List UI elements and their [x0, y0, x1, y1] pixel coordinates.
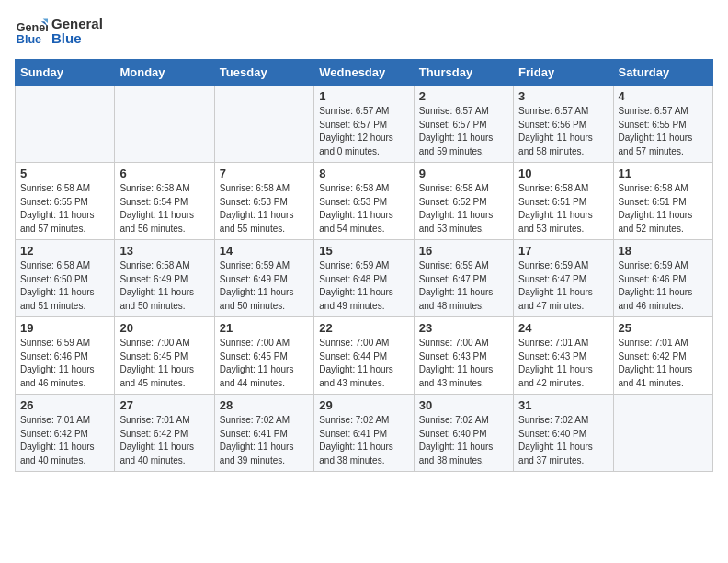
day-number: 11: [619, 167, 708, 180]
day-cell: 26Sunrise: 7:01 AM Sunset: 6:42 PM Dayli…: [16, 395, 115, 472]
day-info: Sunrise: 6:58 AM Sunset: 6:53 PM Dayligh…: [220, 182, 309, 236]
day-info: Sunrise: 6:59 AM Sunset: 6:47 PM Dayligh…: [419, 259, 508, 313]
week-row-2: 5Sunrise: 6:58 AM Sunset: 6:55 PM Daylig…: [16, 163, 713, 240]
day-cell: 21Sunrise: 7:00 AM Sunset: 6:45 PM Dayli…: [214, 317, 313, 395]
header-sunday: Sunday: [16, 60, 115, 86]
day-number: 27: [119, 398, 209, 412]
header-wednesday: Wednesday: [314, 60, 414, 86]
day-number: 8: [319, 167, 408, 180]
day-info: Sunrise: 7:00 AM Sunset: 6:44 PM Dayligh…: [319, 337, 408, 390]
header-friday: Friday: [514, 60, 613, 86]
day-info: Sunrise: 6:58 AM Sunset: 6:51 PM Dayligh…: [619, 182, 708, 236]
day-cell: 17Sunrise: 6:59 AM Sunset: 6:47 PM Dayli…: [514, 240, 613, 317]
day-info: Sunrise: 6:57 AM Sunset: 6:57 PM Dayligh…: [419, 105, 508, 158]
day-number: 25: [619, 321, 708, 335]
svg-text:Blue: Blue: [17, 33, 41, 46]
day-info: Sunrise: 6:59 AM Sunset: 6:48 PM Dayligh…: [319, 259, 408, 313]
day-info: Sunrise: 6:58 AM Sunset: 6:50 PM Dayligh…: [20, 259, 109, 313]
day-info: Sunrise: 7:02 AM Sunset: 6:40 PM Dayligh…: [419, 414, 508, 467]
logo-icon: General Blue: [15, 15, 48, 48]
logo-general-text: General: [51, 17, 103, 32]
day-cell: 27Sunrise: 7:01 AM Sunset: 6:42 PM Dayli…: [115, 395, 214, 472]
day-number: 6: [119, 167, 209, 180]
logo: General Blue General Blue: [15, 15, 103, 48]
day-cell: 3Sunrise: 6:57 AM Sunset: 6:56 PM Daylig…: [514, 86, 613, 163]
header-tuesday: Tuesday: [214, 60, 313, 86]
day-info: Sunrise: 6:59 AM Sunset: 6:47 PM Dayligh…: [518, 259, 608, 313]
day-cell: [214, 86, 313, 163]
day-number: 10: [518, 167, 608, 180]
day-info: Sunrise: 7:02 AM Sunset: 6:41 PM Dayligh…: [319, 414, 408, 467]
day-number: 13: [119, 244, 209, 258]
day-number: 15: [319, 244, 408, 258]
day-cell: 23Sunrise: 7:00 AM Sunset: 6:43 PM Dayli…: [414, 317, 513, 395]
day-cell: 6Sunrise: 6:58 AM Sunset: 6:54 PM Daylig…: [115, 163, 214, 240]
day-cell: 15Sunrise: 6:59 AM Sunset: 6:48 PM Dayli…: [314, 240, 414, 317]
day-info: Sunrise: 6:58 AM Sunset: 6:49 PM Dayligh…: [119, 259, 209, 313]
day-info: Sunrise: 6:57 AM Sunset: 6:55 PM Dayligh…: [619, 105, 708, 158]
calendar-table: SundayMondayTuesdayWednesdayThursdayFrid…: [15, 59, 713, 472]
day-info: Sunrise: 6:59 AM Sunset: 6:46 PM Dayligh…: [619, 259, 708, 313]
day-number: 16: [419, 244, 508, 258]
day-cell: 13Sunrise: 6:58 AM Sunset: 6:49 PM Dayli…: [115, 240, 214, 317]
day-info: Sunrise: 7:02 AM Sunset: 6:40 PM Dayligh…: [518, 414, 608, 467]
week-row-5: 26Sunrise: 7:01 AM Sunset: 6:42 PM Dayli…: [16, 395, 713, 472]
day-cell: 1Sunrise: 6:57 AM Sunset: 6:57 PM Daylig…: [314, 86, 414, 163]
page-header: General Blue General Blue: [15, 15, 713, 48]
day-number: 5: [20, 167, 109, 180]
day-info: Sunrise: 7:00 AM Sunset: 6:45 PM Dayligh…: [220, 337, 309, 390]
day-info: Sunrise: 7:01 AM Sunset: 6:42 PM Dayligh…: [20, 414, 109, 467]
day-cell: 16Sunrise: 6:59 AM Sunset: 6:47 PM Dayli…: [414, 240, 513, 317]
day-cell: [613, 395, 712, 472]
day-info: Sunrise: 7:00 AM Sunset: 6:45 PM Dayligh…: [119, 337, 209, 390]
day-cell: 31Sunrise: 7:02 AM Sunset: 6:40 PM Dayli…: [514, 395, 613, 472]
day-cell: 24Sunrise: 7:01 AM Sunset: 6:43 PM Dayli…: [514, 317, 613, 395]
day-info: Sunrise: 7:02 AM Sunset: 6:41 PM Dayligh…: [220, 414, 309, 467]
day-number: 2: [419, 89, 508, 103]
day-number: 22: [319, 321, 408, 335]
logo-blue-text: Blue: [51, 31, 103, 47]
day-number: 7: [220, 167, 309, 180]
day-cell: 2Sunrise: 6:57 AM Sunset: 6:57 PM Daylig…: [414, 86, 513, 163]
day-number: 28: [220, 398, 309, 412]
day-number: 9: [419, 167, 508, 180]
day-number: 21: [220, 321, 309, 335]
day-cell: 5Sunrise: 6:58 AM Sunset: 6:55 PM Daylig…: [16, 163, 115, 240]
day-info: Sunrise: 6:58 AM Sunset: 6:51 PM Dayligh…: [518, 182, 608, 236]
day-number: 4: [619, 89, 708, 103]
day-info: Sunrise: 7:00 AM Sunset: 6:43 PM Dayligh…: [419, 337, 508, 390]
day-number: 29: [319, 398, 408, 412]
day-cell: 19Sunrise: 6:59 AM Sunset: 6:46 PM Dayli…: [16, 317, 115, 395]
header-saturday: Saturday: [613, 60, 712, 86]
day-cell: 11Sunrise: 6:58 AM Sunset: 6:51 PM Dayli…: [613, 163, 712, 240]
day-cell: 30Sunrise: 7:02 AM Sunset: 6:40 PM Dayli…: [414, 395, 513, 472]
day-cell: [16, 86, 115, 163]
day-number: 19: [20, 321, 109, 335]
day-number: 20: [119, 321, 209, 335]
day-number: 12: [20, 244, 109, 258]
day-number: 17: [518, 244, 608, 258]
day-cell: 22Sunrise: 7:00 AM Sunset: 6:44 PM Dayli…: [314, 317, 414, 395]
day-info: Sunrise: 7:01 AM Sunset: 6:42 PM Dayligh…: [619, 337, 708, 390]
day-cell: 14Sunrise: 6:59 AM Sunset: 6:49 PM Dayli…: [214, 240, 313, 317]
day-number: 30: [419, 398, 508, 412]
day-cell: 29Sunrise: 7:02 AM Sunset: 6:41 PM Dayli…: [314, 395, 414, 472]
day-cell: [115, 86, 214, 163]
day-info: Sunrise: 6:59 AM Sunset: 6:49 PM Dayligh…: [220, 259, 309, 313]
day-cell: 9Sunrise: 6:58 AM Sunset: 6:52 PM Daylig…: [414, 163, 513, 240]
day-cell: 7Sunrise: 6:58 AM Sunset: 6:53 PM Daylig…: [214, 163, 313, 240]
header-monday: Monday: [115, 60, 214, 86]
week-row-4: 19Sunrise: 6:59 AM Sunset: 6:46 PM Dayli…: [16, 317, 713, 395]
day-number: 26: [20, 398, 109, 412]
day-info: Sunrise: 7:01 AM Sunset: 6:42 PM Dayligh…: [119, 414, 209, 467]
day-number: 1: [319, 89, 408, 103]
day-number: 31: [518, 398, 608, 412]
day-cell: 20Sunrise: 7:00 AM Sunset: 6:45 PM Dayli…: [115, 317, 214, 395]
day-cell: 4Sunrise: 6:57 AM Sunset: 6:55 PM Daylig…: [613, 86, 712, 163]
day-number: 3: [518, 89, 608, 103]
day-number: 24: [518, 321, 608, 335]
day-info: Sunrise: 6:59 AM Sunset: 6:46 PM Dayligh…: [20, 337, 109, 390]
day-cell: 10Sunrise: 6:58 AM Sunset: 6:51 PM Dayli…: [514, 163, 613, 240]
day-number: 18: [619, 244, 708, 258]
day-number: 14: [220, 244, 309, 258]
